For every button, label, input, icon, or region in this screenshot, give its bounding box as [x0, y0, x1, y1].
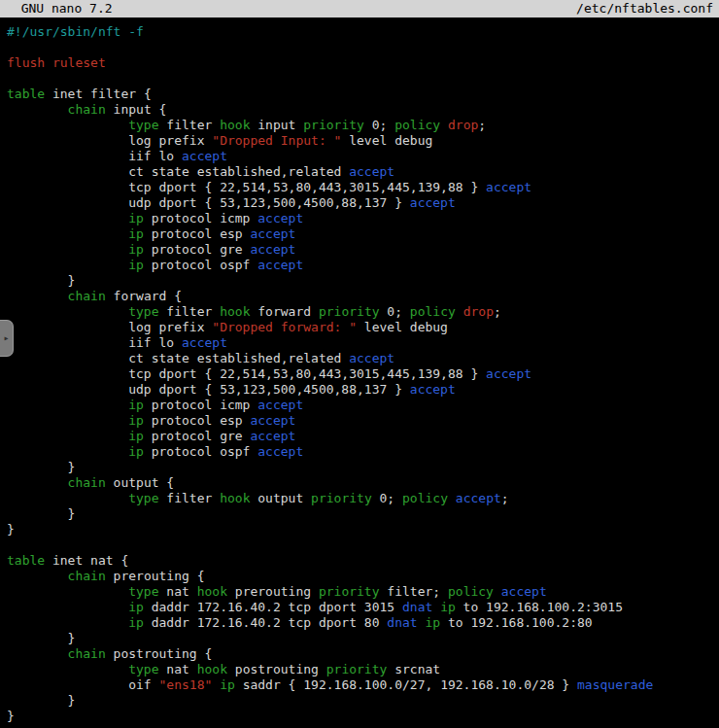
code-token — [432, 600, 440, 614]
code-token: ip — [128, 211, 144, 225]
code-token: priority — [319, 304, 380, 319]
code-token: filter — [159, 491, 221, 505]
code-token: flush ruleset — [7, 55, 106, 70]
code-token: protocol icmp — [144, 398, 257, 412]
code-token: ip — [128, 444, 144, 459]
code-token: accept — [257, 444, 303, 459]
code-line: } — [7, 631, 719, 646]
code-token: hook — [220, 304, 250, 319]
code-line: ip protocol esp accept — [7, 413, 719, 429]
code-token: accept — [501, 584, 547, 599]
code-token: tcp dport { 22,514,53,80,443,3015,445,13… — [128, 180, 486, 194]
code-token: forward — [250, 304, 318, 319]
code-token: policy — [448, 584, 494, 599]
code-token: priority — [319, 584, 380, 599]
code-token: ip — [128, 226, 144, 241]
code-token: accept — [250, 226, 295, 241]
code-line: chain postrouting { — [7, 646, 719, 662]
code-line: type filter hook forward priority 0; pol… — [7, 304, 719, 320]
code-token: ; — [478, 118, 486, 132]
code-token: table — [7, 553, 45, 568]
code-line: udp dport { 53,123,500,4500,88,137 } acc… — [7, 195, 719, 211]
code-token: ip — [128, 600, 144, 614]
code-line: ip protocol ospf accept — [7, 258, 719, 273]
code-token: log prefix — [128, 320, 212, 334]
code-token: policy — [402, 491, 448, 505]
code-token: postrouting — [227, 662, 326, 676]
code-line: chain output { — [7, 475, 719, 491]
code-token: } — [68, 631, 76, 645]
code-token: ip — [128, 413, 144, 428]
code-token: chain — [68, 102, 106, 117]
code-line: ip protocol gre accept — [7, 242, 719, 258]
side-panel-toggle[interactable]: ▸ — [0, 320, 14, 357]
code-line: } — [7, 709, 719, 724]
code-token: 0; — [380, 304, 410, 319]
code-token: drop — [448, 118, 478, 132]
code-token: type — [128, 491, 158, 505]
code-token: chain — [68, 475, 106, 490]
code-token: filter; — [380, 584, 448, 599]
code-line: ip protocol icmp accept — [7, 211, 719, 226]
code-line: iif lo accept — [7, 335, 719, 351]
code-token: to 192.168.100.2:80 — [440, 615, 593, 630]
code-token: accept — [456, 491, 501, 505]
code-line: oif "ens18" ip saddr { 192.168.100.0/27,… — [7, 677, 719, 693]
code-token: accept — [257, 398, 303, 412]
code-token: accept — [250, 429, 295, 443]
code-token: hook — [220, 491, 250, 505]
code-line: flush ruleset — [7, 55, 719, 71]
code-line: log prefix "Dropped Input: " level debug — [7, 133, 719, 149]
code-line: table inet nat { — [7, 553, 719, 569]
code-token: type — [128, 662, 158, 676]
code-line: } — [7, 522, 719, 537]
code-token: prerouting { — [106, 569, 205, 583]
code-token: filter — [159, 118, 221, 132]
code-token: iif lo — [128, 149, 182, 163]
code-token: accept — [250, 242, 295, 257]
code-token: ip — [440, 600, 456, 614]
code-token: input — [250, 118, 303, 132]
code-token: protocol ospf — [144, 444, 257, 459]
code-token: output — [250, 491, 311, 505]
code-token: to 192.168.100.2:3015 — [456, 600, 623, 614]
code-token: type — [128, 304, 158, 319]
code-token: priority — [326, 662, 388, 676]
code-token: input { — [106, 102, 167, 117]
code-token: table — [7, 87, 45, 101]
code-line — [7, 537, 719, 553]
code-token: srcnat — [387, 662, 440, 676]
code-line: ip daddr 172.16.40.2 tcp dport 80 dnat i… — [7, 615, 719, 631]
code-line: type nat hook prerouting priority filter… — [7, 584, 719, 600]
code-line: ip protocol gre accept — [7, 429, 719, 444]
code-line: chain forward { — [7, 289, 719, 304]
code-token: udp dport { 53,123,500,4500,88,137 } — [128, 195, 410, 210]
code-token: accept — [486, 366, 531, 381]
code-token: masquerade — [577, 677, 653, 692]
code-token: accept — [250, 413, 295, 428]
code-line: table inet filter { — [7, 87, 719, 102]
code-token: udp dport { 53,123,500,4500,88,137 } — [128, 382, 410, 397]
code-token: drop — [463, 304, 494, 319]
code-token — [494, 584, 501, 599]
code-token: chain — [68, 569, 106, 583]
code-token: ip — [128, 242, 144, 257]
editor[interactable]: #!/usr/sbin/nft -fflush rulesettable ine… — [0, 17, 719, 724]
code-token: } — [68, 506, 76, 521]
code-token: tcp dport { 22,514,53,80,443,3015,445,13… — [128, 366, 486, 381]
code-token: ; — [501, 491, 509, 505]
code-token: accept — [257, 211, 303, 225]
code-token — [448, 491, 456, 505]
code-token: hook — [197, 584, 227, 599]
code-line: chain input { — [7, 102, 719, 118]
code-token: nat — [159, 584, 197, 599]
code-line: type filter hook output priority 0; poli… — [7, 491, 719, 506]
code-line: type nat hook postrouting priority srcna… — [7, 662, 719, 677]
file-path: /etc/nftables.conf — [576, 0, 713, 17]
code-token: accept — [410, 195, 456, 210]
code-token: ip — [220, 677, 235, 692]
code-token: daddr 172.16.40.2 tcp dport 80 — [144, 615, 387, 630]
code-token: ct state established,related — [128, 351, 349, 365]
code-line: ct state established,related accept — [7, 351, 719, 366]
code-line: } — [7, 506, 719, 522]
